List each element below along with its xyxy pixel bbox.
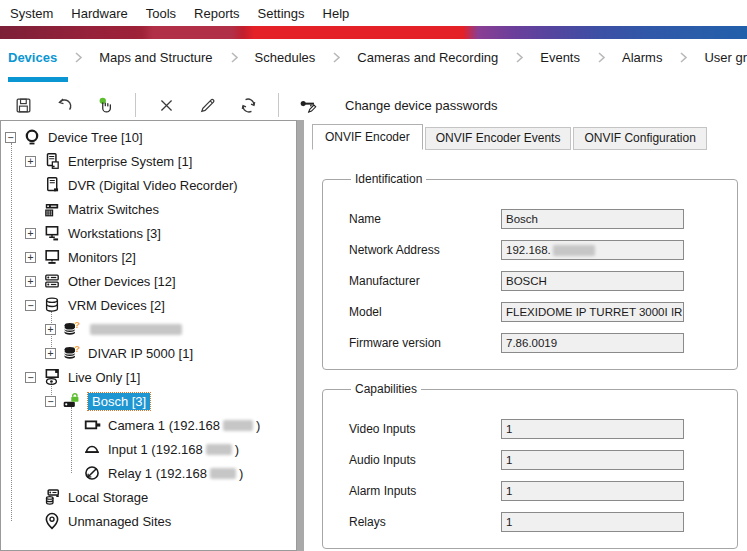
collapse-toggle-icon[interactable]: − bbox=[25, 300, 36, 311]
change-device-passwords-label[interactable]: Change device passwords bbox=[345, 98, 497, 113]
camera-icon bbox=[81, 416, 102, 434]
matrix-switches-icon bbox=[41, 200, 62, 218]
vrm-unknown-icon: ? bbox=[61, 320, 82, 338]
tab-schedules[interactable]: Schedules bbox=[255, 50, 316, 65]
redacted-text bbox=[90, 324, 182, 335]
tree-node-monitors[interactable]: +Monitors [2] bbox=[1, 245, 296, 269]
device-tree: −Device Tree [10]+Enterprise System [1]D… bbox=[1, 125, 296, 533]
tab-events[interactable]: Events bbox=[540, 50, 580, 65]
tree-node-vrm-devices[interactable]: −VRM Devices [2] bbox=[1, 293, 296, 317]
model-label: Model bbox=[349, 305, 501, 319]
tab-user-groups[interactable]: User groups bbox=[704, 50, 747, 65]
delete-button[interactable] bbox=[155, 94, 177, 116]
collapse-toggle-icon[interactable]: − bbox=[25, 372, 36, 383]
tree-node-label: Input 1 (192.168) bbox=[108, 442, 239, 457]
tree-node-unmanaged-sites[interactable]: Unmanaged Sites bbox=[1, 509, 296, 533]
expand-toggle-icon[interactable]: + bbox=[25, 252, 36, 263]
tree-node-dvr[interactable]: DVR (Digital Video Recorder) bbox=[1, 173, 296, 197]
menu-bar: System Hardware Tools Reports Settings H… bbox=[0, 0, 747, 26]
brand-gradient-bar bbox=[0, 26, 747, 39]
tree-node-matrix-switches[interactable]: Matrix Switches bbox=[1, 197, 296, 221]
manufacturer-field[interactable]: BOSCH bbox=[501, 271, 684, 291]
tab-maps-and-structure[interactable]: Maps and Structure bbox=[99, 50, 212, 65]
tree-node-label bbox=[88, 324, 184, 335]
firmware-version-field[interactable]: 7.86.0019 bbox=[501, 333, 684, 353]
rename-button[interactable] bbox=[196, 94, 218, 116]
relays-field[interactable]: 1 bbox=[501, 512, 684, 532]
menu-reports[interactable]: Reports bbox=[185, 3, 249, 24]
menu-hardware[interactable]: Hardware bbox=[62, 3, 136, 24]
collapse-toggle-icon[interactable]: − bbox=[5, 132, 16, 143]
tree-node-label: Relay 1 (192.168) bbox=[108, 466, 243, 481]
menu-help[interactable]: Help bbox=[314, 3, 359, 24]
tree-node-camera-1[interactable]: Camera 1 (192.168) bbox=[1, 413, 296, 437]
tree-node-input-1[interactable]: Input 1 (192.168) bbox=[1, 437, 296, 461]
tree-node-divar-ip-5000[interactable]: +?DIVAR IP 5000 [1] bbox=[1, 341, 296, 365]
name-label: Name bbox=[349, 212, 501, 226]
video-inputs-field[interactable]: 1 bbox=[501, 419, 684, 439]
collapse-toggle-icon[interactable]: − bbox=[45, 396, 56, 407]
workstation-icon bbox=[41, 224, 62, 242]
tab-onvif-encoder[interactable]: ONVIF Encoder bbox=[312, 124, 423, 150]
capabilities-groupbox: Capabilities Video Inputs 1 Audio Inputs… bbox=[322, 382, 738, 549]
tree-node-local-storage[interactable]: Local Storage bbox=[1, 485, 296, 509]
encoder-locked-icon bbox=[61, 392, 82, 410]
chevron-right-icon bbox=[71, 50, 85, 65]
monitor-icon bbox=[41, 248, 62, 266]
tab-onvif-encoder-events[interactable]: ONVIF Encoder Events bbox=[425, 127, 572, 150]
relay-icon bbox=[81, 464, 102, 482]
refresh-icon bbox=[239, 96, 258, 115]
change-device-passwords-button[interactable] bbox=[298, 94, 320, 116]
tree-node-vrm-device-1[interactable]: +? bbox=[1, 317, 296, 341]
undo-arrow-icon bbox=[55, 96, 74, 115]
chevron-right-icon bbox=[676, 50, 690, 65]
svg-text:?: ? bbox=[74, 320, 80, 330]
active-tab-underline bbox=[8, 77, 68, 82]
alarm-inputs-field[interactable]: 1 bbox=[501, 481, 684, 501]
tree-node-label: Camera 1 (192.168) bbox=[108, 418, 260, 433]
expand-toggle-icon[interactable]: + bbox=[25, 228, 36, 239]
model-field[interactable]: FLEXIDOME IP TURRET 3000I IR bbox=[501, 302, 684, 322]
refresh-button[interactable] bbox=[237, 94, 259, 116]
tree-node-workstations[interactable]: +Workstations [3] bbox=[1, 221, 296, 245]
identification-title: Identification bbox=[351, 172, 426, 186]
network-address-label: Network Address bbox=[349, 243, 501, 257]
activate-button[interactable] bbox=[94, 94, 116, 116]
relays-label: Relays bbox=[349, 515, 501, 529]
tree-node-live-only[interactable]: −Live Only [1] bbox=[1, 365, 296, 389]
chevron-right-icon bbox=[594, 50, 608, 65]
tab-devices[interactable]: Devices bbox=[8, 50, 57, 65]
network-address-field[interactable]: 192.168. bbox=[501, 240, 684, 260]
tree-node-device-tree[interactable]: −Device Tree [10] bbox=[1, 125, 296, 149]
tab-alarms[interactable]: Alarms bbox=[622, 50, 662, 65]
tree-node-relay-1[interactable]: Relay 1 (192.168) bbox=[1, 461, 296, 485]
video-inputs-label: Video Inputs bbox=[349, 422, 501, 436]
tree-node-enterprise-system[interactable]: +Enterprise System [1] bbox=[1, 149, 296, 173]
menu-settings[interactable]: Settings bbox=[249, 3, 314, 24]
expand-toggle-icon[interactable]: + bbox=[25, 276, 36, 287]
other-devices-icon bbox=[41, 272, 62, 290]
expand-toggle-icon[interactable]: + bbox=[45, 348, 56, 359]
svg-text:?: ? bbox=[74, 344, 80, 354]
tree-node-label: Bosch [3] bbox=[88, 393, 150, 410]
tree-node-label: Device Tree [10] bbox=[48, 130, 143, 145]
name-field[interactable]: Bosch bbox=[501, 209, 684, 229]
device-tree-icon bbox=[21, 128, 42, 146]
expand-toggle-icon[interactable]: + bbox=[45, 324, 56, 335]
undo-button[interactable] bbox=[53, 94, 75, 116]
tab-cameras-and-recording[interactable]: Cameras and Recording bbox=[357, 50, 498, 65]
audio-inputs-field[interactable]: 1 bbox=[501, 450, 684, 470]
tree-node-bosch[interactable]: −Bosch [3] bbox=[1, 389, 296, 413]
save-button[interactable] bbox=[12, 94, 34, 116]
chevron-right-icon bbox=[227, 50, 241, 65]
tree-node-other-devices[interactable]: +Other Devices [12] bbox=[1, 269, 296, 293]
expand-toggle-icon[interactable]: + bbox=[25, 156, 36, 167]
capabilities-title: Capabilities bbox=[351, 382, 421, 396]
menu-tools[interactable]: Tools bbox=[137, 3, 185, 24]
panel-splitter[interactable] bbox=[297, 120, 304, 551]
manufacturer-label: Manufacturer bbox=[349, 274, 501, 288]
menu-system[interactable]: System bbox=[1, 3, 62, 24]
tab-onvif-configuration[interactable]: ONVIF Configuration bbox=[573, 127, 706, 150]
vrm-devices-icon bbox=[41, 296, 62, 314]
vrm-unknown-icon: ? bbox=[61, 344, 82, 362]
